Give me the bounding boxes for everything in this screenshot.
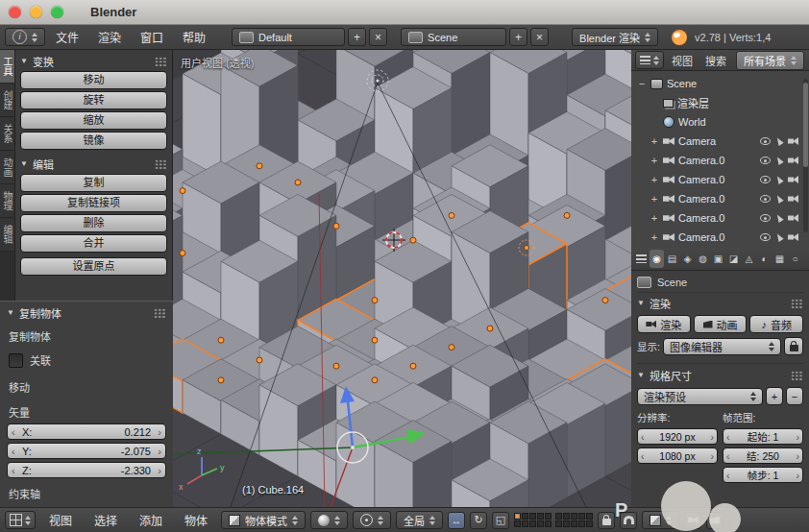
outliner-item-label[interactable]: Camera.0	[678, 155, 756, 166]
outliner-item-label[interactable]: Camera.0	[678, 231, 756, 243]
render-button[interactable]: 渲染	[637, 315, 691, 333]
layer-cell[interactable]	[545, 520, 552, 527]
render-audio-button[interactable]: ♪ 音频	[749, 315, 803, 333]
delete-layout-button[interactable]: ×	[369, 28, 387, 46]
panel-grip-icon[interactable]	[154, 308, 166, 318]
mode-select[interactable]: 物体模式	[221, 511, 306, 529]
pivot-point-select[interactable]	[353, 511, 391, 529]
linked-checkbox[interactable]	[9, 353, 23, 368]
outliner-row[interactable]: +Camera.0	[633, 151, 807, 170]
tool-tab-edit[interactable]: 编辑	[0, 218, 14, 252]
set-origin-button[interactable]: 设置原点	[20, 257, 167, 276]
panel-collapse-icon[interactable]: ▼	[20, 159, 28, 168]
lock-interface-button[interactable]	[784, 337, 803, 355]
outliner-row[interactable]: +Camera.0	[633, 170, 807, 189]
menu-file[interactable]: 文件	[47, 29, 87, 45]
x-offset-field[interactable]: X: 0.212	[7, 423, 166, 440]
add-scene-button[interactable]: +	[509, 28, 527, 46]
renderable-icon[interactable]	[788, 195, 798, 203]
properties-tab-texture[interactable]: ▦	[772, 250, 787, 268]
outliner-item-label[interactable]: Camera	[678, 135, 756, 147]
outliner-item-label[interactable]: Camera.0	[678, 212, 756, 224]
layer-cell[interactable]	[522, 520, 528, 527]
panel-collapse-icon[interactable]: ▼	[637, 371, 645, 379]
delete-scene-button[interactable]: ×	[530, 28, 549, 46]
translate-manipulator-button[interactable]: ↔	[448, 512, 465, 529]
dimensions-panel-header[interactable]: ▼ 规格尺寸	[637, 363, 803, 383]
layer-cell[interactable]	[514, 520, 521, 527]
tool-tab-animation[interactable]: 动画	[0, 151, 14, 184]
add-layout-button[interactable]: +	[348, 28, 366, 46]
outliner-row[interactable]: +Camera.0	[633, 189, 807, 208]
close-window-button[interactable]	[9, 6, 21, 18]
layer-cell[interactable]	[578, 513, 585, 520]
frame-start-field[interactable]: 起始: 1	[723, 428, 803, 445]
layer-cell[interactable]	[529, 513, 536, 520]
expander-icon[interactable]: +	[650, 155, 659, 166]
translate-button[interactable]: 移动	[20, 71, 167, 89]
renderable-icon[interactable]	[788, 137, 798, 145]
menu-window[interactable]: 窗口	[132, 29, 172, 45]
renderable-icon[interactable]	[788, 214, 798, 222]
duplicate-linked-button[interactable]: 复制链接项	[20, 194, 167, 212]
viewport-3d[interactable]: zyx 用户视图 (透视) (1) Cube.164	[173, 50, 631, 507]
outliner-row[interactable]: +Camera.0	[633, 208, 807, 228]
y-offset-field[interactable]: Y: -2.075	[7, 443, 166, 459]
layer-cell[interactable]	[571, 520, 577, 527]
menu-view3d-view[interactable]: 视图	[40, 512, 81, 528]
layer-cell[interactable]	[545, 513, 552, 520]
editor-type-button[interactable]	[5, 511, 36, 529]
delete-button[interactable]: 删除	[20, 214, 167, 232]
selectable-icon[interactable]	[774, 175, 783, 184]
operator-panel-header[interactable]: ▼ 复制物体	[7, 304, 166, 321]
visibility-icon[interactable]	[760, 137, 771, 145]
outliner-item-label[interactable]: Scene	[667, 78, 807, 89]
opengl-render-animation-button[interactable]	[706, 512, 723, 529]
editor-type-button[interactable]: i	[5, 28, 45, 46]
screen-layout-selector[interactable]: Default	[232, 28, 345, 46]
outliner-row[interactable]: World	[633, 112, 807, 132]
frame-end-field[interactable]: 结: 250	[723, 447, 803, 464]
outliner-row[interactable]: 渲染层	[633, 93, 807, 112]
panel-collapse-icon[interactable]: ▼	[7, 308, 14, 317]
minimize-window-button[interactable]	[30, 6, 42, 18]
menu-view3d-add[interactable]: 添加	[131, 512, 171, 528]
tool-tab-physics[interactable]: 物理	[0, 184, 14, 218]
rotate-manipulator-button[interactable]: ↻	[470, 512, 487, 529]
tool-tab-tools[interactable]: 工具	[0, 50, 14, 84]
menu-view3d-select[interactable]: 选择	[86, 512, 126, 528]
render-preset-select[interactable]: 渲染预设	[637, 388, 763, 405]
visibility-icon[interactable]	[760, 214, 771, 222]
remove-preset-button[interactable]: −	[786, 387, 803, 405]
outliner-row[interactable]: +Camera.0	[633, 228, 807, 247]
scene-selector[interactable]: Scene	[401, 28, 506, 46]
editor-type-button[interactable]	[634, 250, 649, 268]
menu-view3d-object[interactable]: 物体	[176, 512, 216, 528]
snap-element-select[interactable]	[642, 511, 679, 529]
layer-cell[interactable]	[522, 513, 528, 520]
maximize-window-button[interactable]	[51, 6, 63, 18]
add-preset-button[interactable]: +	[766, 387, 783, 405]
render-engine-select[interactable]: Blender 渲染	[572, 28, 658, 46]
renderable-icon[interactable]	[788, 157, 798, 164]
editor-type-button[interactable]	[635, 51, 664, 69]
panel-grip-icon[interactable]	[791, 299, 803, 308]
duplicate-button[interactable]: 复制	[20, 174, 167, 192]
layer-cell[interactable]	[537, 520, 544, 527]
visibility-icon[interactable]	[760, 157, 771, 164]
layer-cell[interactable]	[537, 513, 544, 520]
panel-grip-icon[interactable]	[791, 371, 803, 380]
panel-collapse-icon[interactable]: ▼	[637, 299, 645, 307]
outliner-row[interactable]: −Scene	[633, 74, 807, 93]
outliner-item-label[interactable]: Camera.0	[678, 174, 756, 185]
visibility-icon[interactable]	[760, 233, 771, 241]
scene-lock-button[interactable]	[598, 512, 615, 529]
snap-toggle-button[interactable]	[620, 512, 637, 529]
display-mode-select[interactable]: 图像编辑器	[663, 338, 781, 355]
scale-manipulator-button[interactable]: ◱	[492, 512, 509, 529]
resolution-x-field[interactable]: 1920 px	[637, 428, 718, 445]
panel-grip-icon[interactable]	[155, 57, 167, 66]
layer-cell[interactable]	[555, 520, 562, 527]
expander-icon[interactable]: +	[650, 231, 659, 243]
layer-cell[interactable]	[529, 520, 536, 527]
